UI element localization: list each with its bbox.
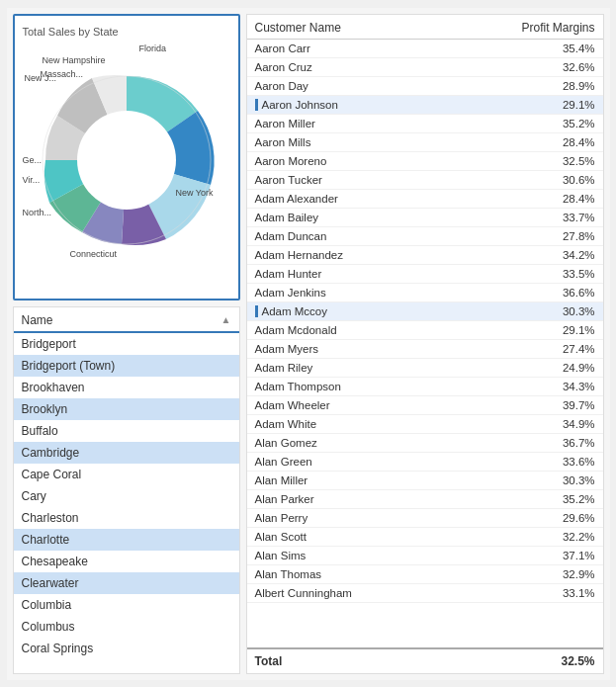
table-row[interactable]: Alan Thomas32.9% bbox=[247, 565, 603, 584]
table-row[interactable]: Adam Mccoy30.3% bbox=[247, 302, 603, 321]
table-row[interactable]: Aaron Johnson29.1% bbox=[247, 96, 603, 115]
table-row[interactable]: Aaron Carr35.4% bbox=[247, 40, 603, 58]
cell-profit-value: 32.9% bbox=[516, 568, 595, 580]
list-item[interactable]: Columbia bbox=[14, 594, 239, 616]
cell-customer-name: Albert Cunningham bbox=[255, 587, 516, 599]
row-indicator bbox=[255, 99, 258, 111]
table-row[interactable]: Aaron Moreno32.5% bbox=[247, 152, 603, 171]
list-item[interactable]: Chesapeake bbox=[14, 551, 239, 572]
cell-profit-value: 35.2% bbox=[516, 493, 595, 505]
list-item[interactable]: Bridgeport bbox=[14, 333, 239, 355]
table-row[interactable]: Alan Gomez36.7% bbox=[247, 434, 603, 453]
cell-profit-value: 34.9% bbox=[516, 418, 595, 430]
list-item[interactable]: Cary bbox=[14, 485, 239, 507]
cell-customer-name: Alan Perry bbox=[255, 512, 516, 524]
list-body[interactable]: BridgeportBridgeport (Town)BrookhavenBro… bbox=[14, 333, 239, 673]
cell-customer-name: Adam Riley bbox=[255, 362, 516, 374]
cell-profit-value: 32.5% bbox=[516, 155, 595, 167]
cell-customer-name: Alan Thomas bbox=[255, 568, 516, 580]
cell-customer-name: Adam Duncan bbox=[255, 230, 516, 242]
cell-customer-name: Adam Hunter bbox=[255, 268, 516, 280]
cell-profit-value: 27.4% bbox=[516, 343, 595, 355]
cell-customer-name: Adam Jenkins bbox=[255, 287, 516, 299]
table-header: Customer Name Profit Margins bbox=[247, 15, 603, 40]
col-customer-name: Customer Name bbox=[255, 21, 516, 35]
cell-profit-value: 33.6% bbox=[516, 456, 595, 468]
table-row[interactable]: Alan Scott32.2% bbox=[247, 528, 603, 547]
list-item[interactable]: Buffalo bbox=[14, 420, 239, 442]
table-row[interactable]: Adam Mcdonald29.1% bbox=[247, 321, 603, 340]
footer-total-value: 32.5% bbox=[516, 654, 595, 668]
table-row[interactable]: Alan Perry29.6% bbox=[247, 509, 603, 528]
cell-customer-name: Aaron Tucker bbox=[255, 174, 516, 186]
table-row[interactable]: Adam Thompson34.3% bbox=[247, 378, 603, 396]
cell-profit-value: 28.9% bbox=[516, 80, 595, 92]
table-footer: Total 32.5% bbox=[247, 647, 603, 673]
cell-profit-value: 30.3% bbox=[516, 305, 595, 317]
table-body[interactable]: Aaron Carr35.4%Aaron Cruz32.6%Aaron Day2… bbox=[247, 40, 603, 647]
cell-customer-name: Aaron Cruz bbox=[255, 61, 516, 73]
table-row[interactable]: Adam Myers27.4% bbox=[247, 340, 603, 359]
cell-customer-name: Aaron Miller bbox=[255, 118, 516, 129]
chart-card: Total Sales by State bbox=[13, 14, 240, 301]
cell-profit-value: 28.4% bbox=[516, 136, 595, 148]
cell-customer-name: Adam Thompson bbox=[255, 381, 516, 392]
donut-chart bbox=[28, 56, 225, 264]
table-row[interactable]: Adam White34.9% bbox=[247, 415, 603, 434]
table-row[interactable]: Alan Parker35.2% bbox=[247, 490, 603, 509]
cell-profit-value: 30.3% bbox=[516, 474, 595, 486]
cell-profit-value: 29.6% bbox=[516, 512, 595, 524]
table-row[interactable]: Aaron Miller35.2% bbox=[247, 115, 603, 133]
table-row[interactable]: Adam Riley24.9% bbox=[247, 359, 603, 378]
table-row[interactable]: Aaron Cruz32.6% bbox=[247, 58, 603, 77]
cell-profit-value: 27.8% bbox=[516, 230, 595, 242]
table-row[interactable]: Adam Wheeler39.7% bbox=[247, 396, 603, 415]
list-item[interactable]: Columbus bbox=[14, 616, 239, 638]
donut-area: Florida New York Connecticut North... Vi… bbox=[23, 42, 230, 279]
cell-customer-name: Alan Green bbox=[255, 456, 516, 468]
list-header: Name ▲ bbox=[14, 307, 239, 333]
row-indicator bbox=[255, 305, 258, 317]
list-header-label: Name bbox=[22, 313, 53, 327]
cell-profit-value: 33.7% bbox=[516, 212, 595, 223]
list-item[interactable]: Coral Springs bbox=[14, 638, 239, 659]
cell-profit-value: 37.1% bbox=[516, 550, 595, 561]
list-item[interactable]: Clearwater bbox=[14, 572, 239, 594]
table-row[interactable]: Adam Hernandez34.2% bbox=[247, 246, 603, 265]
cell-customer-name: Adam Mccoy bbox=[262, 305, 516, 317]
cell-customer-name: Aaron Carr bbox=[255, 43, 516, 54]
table-row[interactable]: Adam Duncan27.8% bbox=[247, 227, 603, 246]
table-row[interactable]: Adam Alexander28.4% bbox=[247, 190, 603, 209]
table-row[interactable]: Adam Bailey33.7% bbox=[247, 209, 603, 227]
cell-customer-name: Alan Parker bbox=[255, 493, 516, 505]
cell-profit-value: 33.1% bbox=[516, 587, 595, 599]
cell-profit-value: 30.6% bbox=[516, 174, 595, 186]
left-panel: Total Sales by State bbox=[13, 14, 240, 674]
cell-customer-name: Adam Wheeler bbox=[255, 399, 516, 411]
list-item[interactable]: Brooklyn bbox=[14, 398, 239, 420]
table-row[interactable]: Adam Hunter33.5% bbox=[247, 265, 603, 284]
cell-customer-name: Aaron Day bbox=[255, 80, 516, 92]
table-row[interactable]: Albert Cunningham33.1% bbox=[247, 584, 603, 603]
table-row[interactable]: Adam Jenkins36.6% bbox=[247, 284, 603, 302]
cell-profit-value: 29.1% bbox=[516, 99, 595, 111]
table-row[interactable]: Aaron Mills28.4% bbox=[247, 133, 603, 152]
cell-profit-value: 34.3% bbox=[516, 381, 595, 392]
app-container: Total Sales by State bbox=[7, 8, 610, 680]
list-card: Name ▲ BridgeportBridgeport (Town)Brookh… bbox=[13, 306, 240, 674]
table-row[interactable]: Alan Sims37.1% bbox=[247, 547, 603, 565]
list-item[interactable]: Cambridge bbox=[14, 442, 239, 464]
cell-profit-value: 28.4% bbox=[516, 193, 595, 205]
list-item[interactable]: Bridgeport (Town) bbox=[14, 355, 239, 377]
table-row[interactable]: Alan Miller30.3% bbox=[247, 472, 603, 490]
table-row[interactable]: Aaron Day28.9% bbox=[247, 77, 603, 96]
list-item[interactable]: Charleston bbox=[14, 507, 239, 529]
cell-profit-value: 39.7% bbox=[516, 399, 595, 411]
list-item[interactable]: Cape Coral bbox=[14, 464, 239, 485]
table-row[interactable]: Alan Green33.6% bbox=[247, 453, 603, 472]
list-item[interactable]: Brookhaven bbox=[14, 377, 239, 398]
table-row[interactable]: Aaron Tucker30.6% bbox=[247, 171, 603, 190]
list-item[interactable]: Charlotte bbox=[14, 529, 239, 551]
cell-customer-name: Aaron Moreno bbox=[255, 155, 516, 167]
cell-customer-name: Alan Sims bbox=[255, 550, 516, 561]
